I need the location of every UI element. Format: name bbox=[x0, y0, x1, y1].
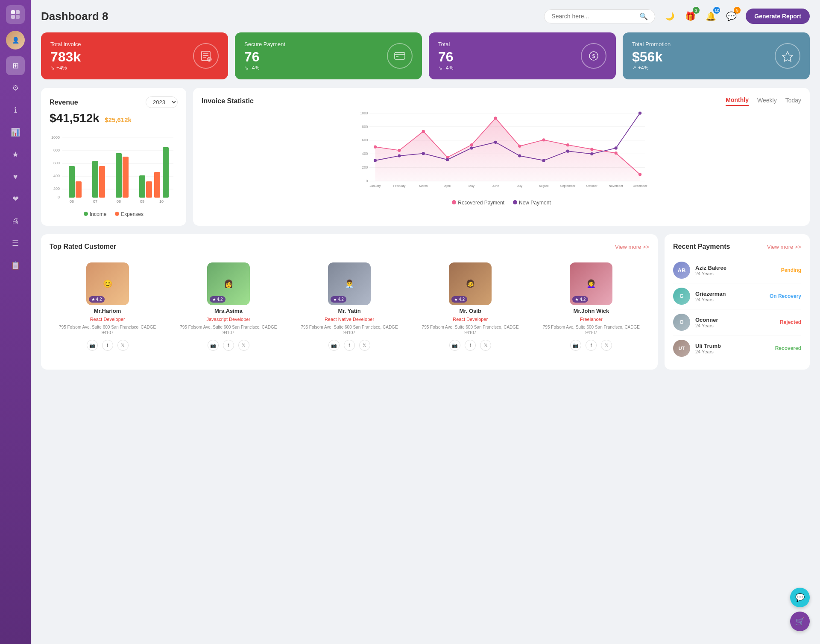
twitter-icon-2[interactable]: 𝕏 bbox=[359, 340, 370, 351]
customer-address-2: 795 Folsom Ave, Suite 600 San Francisco,… bbox=[295, 324, 404, 335]
facebook-icon-4[interactable]: f bbox=[586, 340, 597, 351]
svg-rect-28 bbox=[92, 161, 98, 198]
search-input[interactable] bbox=[551, 13, 636, 20]
svg-text:May: May bbox=[469, 184, 474, 188]
sidebar-item-analytics[interactable]: 📊 bbox=[6, 123, 25, 142]
payment-age-3: 24 Years bbox=[695, 349, 770, 354]
chat-icon-btn[interactable]: 💬 5 bbox=[723, 9, 739, 24]
stat-label-1: Secure Payment bbox=[244, 41, 285, 47]
stat-change-1: ↘-4% bbox=[244, 65, 285, 71]
svg-text:September: September bbox=[560, 184, 576, 188]
facebook-icon-3[interactable]: f bbox=[465, 340, 476, 351]
twitter-icon-0[interactable]: 𝕏 bbox=[117, 340, 129, 351]
expenses-legend-label: Expenses bbox=[121, 211, 144, 217]
sidebar-item-print[interactable]: 🖨 bbox=[6, 212, 25, 230]
facebook-icon-1[interactable]: f bbox=[223, 340, 234, 351]
svg-text:July: July bbox=[517, 184, 522, 188]
svg-text:$: $ bbox=[592, 53, 595, 59]
cart-float-btn[interactable]: 🛒 bbox=[790, 612, 810, 631]
sidebar-item-info[interactable]: ℹ bbox=[6, 101, 25, 119]
sidebar-item-heart2[interactable]: ❤ bbox=[6, 189, 25, 208]
svg-rect-2 bbox=[11, 15, 15, 19]
twitter-icon-3[interactable]: 𝕏 bbox=[480, 340, 491, 351]
svg-text:600: 600 bbox=[53, 161, 60, 165]
svg-point-73 bbox=[566, 150, 569, 153]
svg-text:400: 400 bbox=[362, 152, 368, 156]
rating-badge-2: ★ 4.2 bbox=[331, 296, 346, 303]
customer-socials-1: 📷 f 𝕏 bbox=[208, 340, 249, 351]
customers-view-more[interactable]: View more >> bbox=[615, 244, 649, 250]
instagram-icon-3[interactable]: 📷 bbox=[449, 340, 460, 351]
tab-today[interactable]: Today bbox=[785, 97, 801, 105]
svg-text:February: February bbox=[393, 184, 405, 188]
svg-point-67 bbox=[422, 152, 425, 155]
search-bar[interactable]: 🔍 bbox=[544, 9, 655, 23]
floating-buttons: 💬 🛒 bbox=[790, 588, 810, 631]
customer-address-3: 795 Folsom Ave, Suite 600 San Francisco,… bbox=[416, 324, 525, 335]
twitter-icon-4[interactable]: 𝕏 bbox=[601, 340, 612, 351]
twitter-icon-1[interactable]: 𝕏 bbox=[238, 340, 249, 351]
payment-status-1: On Recovery bbox=[770, 293, 801, 299]
tab-weekly[interactable]: Weekly bbox=[757, 97, 777, 105]
instagram-icon-1[interactable]: 📷 bbox=[208, 340, 219, 351]
sidebar-item-star[interactable]: ★ bbox=[6, 145, 25, 164]
svg-point-66 bbox=[398, 154, 401, 157]
bell-icon-btn[interactable]: 🔔 12 bbox=[703, 9, 718, 24]
sidebar-item-doc[interactable]: 📋 bbox=[6, 256, 25, 275]
instagram-icon-4[interactable]: 📷 bbox=[570, 340, 581, 351]
stat-value-1: 76 bbox=[244, 49, 285, 65]
facebook-icon-2[interactable]: f bbox=[344, 340, 355, 351]
customer-avatar-3: 🧔 ★ 4.2 bbox=[449, 262, 492, 305]
svg-text:600: 600 bbox=[362, 138, 368, 142]
svg-text:December: December bbox=[633, 184, 647, 188]
svg-text:0: 0 bbox=[366, 179, 368, 183]
customer-card-1: 👩 ★ 4.2 Mrs.Asima Javascript Developer 7… bbox=[170, 257, 286, 356]
svg-point-62 bbox=[590, 148, 593, 151]
chat-badge: 5 bbox=[734, 7, 741, 14]
rating-badge-0: ★ 4.2 bbox=[89, 296, 105, 303]
gift-icon-btn[interactable]: 🎁 2 bbox=[682, 9, 698, 24]
sidebar: 👤 ⊞ ⚙ ℹ 📊 ★ ♥ ❤ 🖨 ☰ 📋 bbox=[0, 0, 31, 644]
sidebar-item-heart[interactable]: ♥ bbox=[6, 167, 25, 186]
tab-monthly[interactable]: Monthly bbox=[726, 96, 749, 106]
svg-text:06: 06 bbox=[70, 199, 74, 204]
dark-mode-toggle[interactable]: 🌙 bbox=[662, 9, 677, 24]
sidebar-logo[interactable] bbox=[6, 5, 25, 24]
generate-report-button[interactable]: Generate Report bbox=[746, 9, 810, 24]
payment-info-2: Oconner 24 Years bbox=[695, 317, 775, 328]
invoice-legend: Recovered Payment New Payment bbox=[202, 200, 801, 206]
avatar[interactable]: 👤 bbox=[6, 31, 25, 50]
facebook-icon-0[interactable]: f bbox=[102, 340, 113, 351]
customer-role-0: React Developer bbox=[90, 317, 125, 322]
customer-role-1: Javascript Developer bbox=[206, 317, 250, 322]
year-select[interactable]: 2023 2022 2021 bbox=[146, 96, 178, 108]
svg-text:800: 800 bbox=[362, 125, 368, 129]
payment-item-0: AB Aziz Bakree 24 Years Pending bbox=[673, 257, 801, 283]
customer-avatar-4: 👩‍🦱 ★ 4.2 bbox=[570, 262, 612, 305]
search-icon[interactable]: 🔍 bbox=[639, 12, 648, 20]
svg-text:August: August bbox=[539, 184, 549, 188]
customer-address-4: 795 Folsom Ave, Suite 600 San Francisco,… bbox=[537, 324, 646, 335]
svg-point-76 bbox=[638, 111, 641, 114]
support-float-btn[interactable]: 💬 bbox=[790, 588, 810, 607]
charts-section: Revenue 2023 2022 2021 $41,512k $25,612k bbox=[41, 88, 810, 226]
stat-change-0: ↘+4% bbox=[50, 65, 81, 71]
svg-text:January: January bbox=[370, 184, 381, 188]
sidebar-item-settings[interactable]: ⚙ bbox=[6, 79, 25, 97]
revenue-bar-chart: 1000 800 600 400 200 0 bbox=[50, 129, 178, 206]
svg-text:April: April bbox=[444, 184, 451, 188]
svg-rect-26 bbox=[69, 166, 75, 198]
svg-point-74 bbox=[590, 152, 593, 155]
instagram-icon-2[interactable]: 📷 bbox=[328, 340, 340, 351]
svg-text:1000: 1000 bbox=[360, 111, 368, 115]
payments-view-more[interactable]: View more >> bbox=[767, 244, 801, 250]
instagram-icon-0[interactable]: 📷 bbox=[87, 340, 98, 351]
svg-point-59 bbox=[518, 145, 521, 148]
customer-card-3: 🧔 ★ 4.2 Mr. Osib React Developer 795 Fol… bbox=[413, 257, 528, 356]
payment-name-1: Griezerman bbox=[695, 291, 764, 297]
sidebar-item-menu[interactable]: ☰ bbox=[6, 234, 25, 253]
header: Dashboard 8 🔍 🌙 🎁 2 🔔 12 💬 5 Generate Re… bbox=[41, 9, 810, 24]
top-customers-card: Top Rated Customer View more >> 😊 ★ 4.2 … bbox=[41, 234, 658, 370]
sidebar-item-dashboard[interactable]: ⊞ bbox=[6, 56, 25, 75]
rating-badge-1: ★ 4.2 bbox=[210, 296, 226, 303]
